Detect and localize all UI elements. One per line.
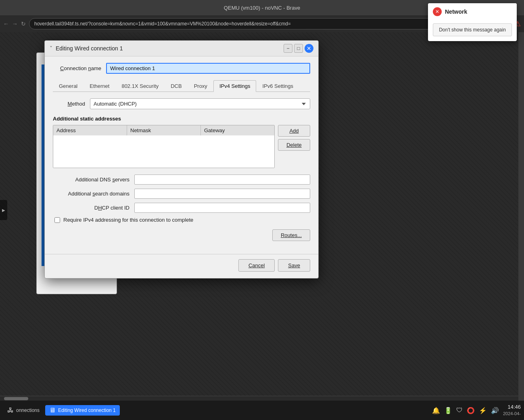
network-notification: ✕ Network Don't show this message again xyxy=(428,3,517,41)
method-select[interactable]: Automatic (DHCP) xyxy=(90,98,310,109)
tab-8021x-security[interactable]: 802.1X Security xyxy=(115,80,165,92)
col-address: Address xyxy=(53,125,127,135)
table-body xyxy=(53,135,274,168)
taskbar-editing[interactable]: 🖥 Editing Wired connection 1 xyxy=(45,405,120,416)
editing-dialog: ˅ Editing Wired connection 1 − □ ✕ Conne… xyxy=(44,40,319,279)
dialog-minimize-button[interactable]: − xyxy=(284,44,292,53)
tab-general[interactable]: General xyxy=(53,80,84,92)
routes-row: Routes... xyxy=(53,229,310,241)
network-close-button[interactable]: ✕ xyxy=(433,7,442,16)
addresses-container: Address Netmask Gateway Add Delete xyxy=(53,125,310,168)
routes-btn-label: Routes... xyxy=(281,232,302,238)
circle-icon: ⭕ xyxy=(467,407,475,414)
tab-proxy[interactable]: Proxy xyxy=(188,80,213,92)
connections-label: onnections xyxy=(16,408,40,413)
dns-row: Additional DNS servers xyxy=(53,175,310,185)
dns-input[interactable] xyxy=(134,175,310,185)
tab-ethernet[interactable]: Ethernet xyxy=(84,80,115,92)
dhcp-input[interactable] xyxy=(134,203,310,213)
address-input[interactable] xyxy=(29,18,484,29)
network-title: Network xyxy=(445,8,467,15)
novnc-handle[interactable]: ▶ xyxy=(0,200,7,220)
addresses-table: Address Netmask Gateway xyxy=(53,125,275,168)
dont-show-button[interactable]: Don't show this message again xyxy=(433,23,512,36)
dialog-chevron-icon[interactable]: ˅ xyxy=(50,45,52,52)
additional-addresses-title: Additional static addresses xyxy=(53,116,310,122)
dialog-content: Connection name General Ethernet 802.1X … xyxy=(45,56,318,254)
tab-ipv4-settings[interactable]: IPv4 Settings xyxy=(213,80,257,92)
taskbar-scrollbar-thumb[interactable] xyxy=(4,397,28,400)
col-netmask: Netmask xyxy=(127,125,201,135)
tab-dcb[interactable]: DCB xyxy=(165,80,188,92)
dialog-maximize-button[interactable]: □ xyxy=(294,44,303,53)
taskbar-connections[interactable]: 🖧 onnections xyxy=(3,405,44,416)
forward-icon[interactable]: → xyxy=(12,21,18,27)
table-header: Address Netmask Gateway xyxy=(53,125,274,135)
vpn-icon[interactable]: 🛡 xyxy=(456,407,463,414)
connection-name-row: Connection name xyxy=(53,63,310,74)
dialog-footer: Cancel Save xyxy=(45,254,318,278)
reload-icon[interactable]: ↻ xyxy=(21,21,26,27)
dialog-titlebar: ˅ Editing Wired connection 1 − □ ✕ xyxy=(45,41,318,56)
routes-button[interactable]: Routes... xyxy=(272,229,310,241)
addresses-actions: Add Delete xyxy=(278,125,310,168)
dialog-title-left: ˅ Editing Wired connection 1 xyxy=(50,45,123,52)
require-ipv4-row: Require IPv4 addressing for this connect… xyxy=(53,217,310,223)
cancel-label: Cancel xyxy=(248,262,265,268)
connection-name-label: Connection name xyxy=(53,65,101,71)
taskbar-clock[interactable]: 14:46 2024-04- xyxy=(503,404,521,416)
taskbar-scrollbar[interactable] xyxy=(0,396,518,401)
editing-icon: 🖥 xyxy=(49,407,56,414)
search-domains-input[interactable] xyxy=(134,189,310,199)
network-notification-body: Don't show this message again xyxy=(428,20,517,41)
volume-icon[interactable]: 🔊 xyxy=(491,407,499,414)
cancel-button[interactable]: Cancel xyxy=(238,259,275,272)
require-ipv4-label: Require IPv4 addressing for this connect… xyxy=(63,217,193,223)
bell-icon[interactable]: 🔔 xyxy=(432,407,440,414)
save-button[interactable]: Save xyxy=(278,259,310,272)
tabs: General Ethernet 802.1X Security DCB Pro… xyxy=(53,80,310,92)
search-domains-row: Additional search domains xyxy=(53,189,310,199)
add-button[interactable]: Add xyxy=(278,125,310,137)
dialog-title-controls: − □ ✕ xyxy=(284,44,313,53)
novnc-scrollbar[interactable] xyxy=(518,0,524,420)
power-icon[interactable]: ⚡ xyxy=(479,407,487,414)
taskbar-time: 14:46 xyxy=(503,404,521,411)
browser-title: QEMU (vm100) - noVNC - Brave xyxy=(224,5,300,11)
method-label: Method xyxy=(53,101,85,107)
search-domains-label: Additional search domains xyxy=(53,191,129,197)
delete-button[interactable]: Delete xyxy=(278,139,310,151)
editing-label: Editing Wired connection 1 xyxy=(58,408,116,413)
delete-btn-underline: Delete xyxy=(286,142,302,148)
dns-label: Additional DNS servers xyxy=(53,177,129,183)
require-ipv4-checkbox[interactable] xyxy=(54,217,60,223)
battery-icon[interactable]: 🔋 xyxy=(444,407,452,414)
taskbar: 🖧 onnections 🖥 Editing Wired connection … xyxy=(0,401,524,420)
back-icon[interactable]: ← xyxy=(3,21,9,27)
method-row: Method Automatic (DHCP) xyxy=(53,98,310,109)
dialog-title-text: Editing Wired connection 1 xyxy=(56,45,123,52)
dhcp-label: DHCP client ID xyxy=(53,205,129,211)
connections-icon: 🖧 xyxy=(7,407,14,414)
dialog-close-button[interactable]: ✕ xyxy=(305,44,313,53)
tab-ipv6-settings[interactable]: IPv6 Settings xyxy=(256,80,299,92)
dhcp-row: DHCP client ID xyxy=(53,203,310,213)
taskbar-right: 🔔 🔋 🛡 ⭕ ⚡ 🔊 14:46 2024-04- xyxy=(432,404,521,416)
network-notification-header: ✕ Network xyxy=(428,3,517,20)
save-label: Save xyxy=(288,262,300,268)
col-gateway: Gateway xyxy=(201,125,274,135)
connection-name-input[interactable] xyxy=(106,63,310,74)
taskbar-date: 2024-04- xyxy=(503,411,521,416)
add-btn-underline: Add xyxy=(289,128,299,134)
